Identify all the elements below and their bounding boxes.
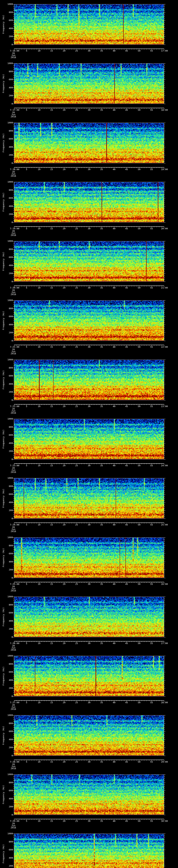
- x-tick-label: 15: [50, 346, 53, 348]
- x-tick-label: 5: [26, 109, 27, 111]
- x-start-time-label: 7:29:00: [10, 820, 20, 822]
- x-tick-label: 15: [50, 109, 53, 111]
- x-tick-label: 50: [138, 346, 141, 348]
- x-end-time-label: 22:00: [161, 346, 168, 348]
- x-start-time-label: 7:24:00: [10, 524, 20, 526]
- x-tick-label: 35: [100, 168, 103, 170]
- spectrogram-panel: Frequency (Hz) 02004006008001000 5101520…: [0, 415, 178, 474]
- x-start-time-label: 7:18:00: [10, 168, 20, 170]
- y-tick-label: 800: [5, 663, 13, 665]
- x-tick-label: 20: [63, 465, 65, 467]
- x-end-time-label: 21:00: [161, 287, 168, 289]
- x-tick-label: 45: [125, 50, 128, 52]
- x-tick-label: 35: [100, 642, 103, 644]
- x-tick-label: 5: [26, 465, 27, 467]
- spectrogram-panel: Frequency (Hz) 02004006008001000 5101520…: [0, 711, 178, 770]
- y-tick-label: 600: [5, 256, 13, 258]
- x-tick-label: 45: [125, 227, 128, 230]
- y-tick-label: 800: [5, 545, 13, 547]
- y-tick-label: 400: [5, 27, 13, 30]
- y-tick-label: 0: [5, 755, 13, 757]
- x-tick-label: 50: [138, 583, 141, 585]
- x-tick-label: 30: [88, 287, 91, 289]
- y-tick-label: 800: [5, 781, 13, 784]
- spectrogram-panel: Frequency (Hz) 02004006008001000 5101520…: [0, 237, 178, 296]
- y-axis-title: Frequency (Hz): [2, 726, 4, 745]
- x-tick-label: 5: [26, 50, 27, 52]
- x-end-time-label: 20:00: [161, 227, 168, 230]
- y-tick-label: 800: [5, 604, 13, 606]
- x-tick-label: 55: [150, 168, 153, 170]
- y-tick-label: 400: [5, 679, 13, 681]
- x-tick-label: 45: [125, 524, 128, 526]
- x-tick-label: 30: [88, 524, 91, 526]
- y-axis-title: Frequency (Hz): [2, 370, 4, 390]
- x-tick-label: 40: [113, 761, 116, 763]
- y-tick-label: 200: [5, 687, 13, 689]
- x-tick-label: 10: [38, 346, 40, 348]
- y-tick-label: 1000: [5, 299, 13, 301]
- x-tick-label: 30: [88, 702, 91, 704]
- date-line: 2016: [10, 116, 16, 118]
- spectrogram-panel: Frequency (Hz) 02004006008001000 5101520…: [0, 296, 178, 355]
- x-tick-label: 30: [88, 346, 91, 348]
- y-tick-label: 800: [5, 367, 13, 369]
- x-tick-label: 35: [100, 287, 103, 289]
- x-tick-label: 55: [150, 465, 153, 467]
- x-end-time-label: 23:00: [161, 405, 168, 407]
- x-tick-label: 15: [50, 287, 53, 289]
- x-tick-label: 20: [63, 287, 65, 289]
- x-tick-label: 35: [100, 583, 103, 585]
- y-tick-label: 600: [5, 493, 13, 495]
- y-tick-label: 1000: [5, 596, 13, 598]
- spectrogram-panel: Frequency (Hz) 02004006008001000 5101520…: [0, 474, 178, 533]
- x-tick-label: 55: [150, 287, 153, 289]
- date-line: 2016: [10, 412, 16, 414]
- x-tick-label: 35: [100, 465, 103, 467]
- date-line: 2016: [10, 649, 16, 651]
- spectrogram-panel: Frequency (Hz) 02004006008001000 5101520…: [0, 59, 178, 119]
- y-tick-label: 0: [5, 458, 13, 460]
- x-tick-label: 15: [50, 583, 53, 585]
- y-tick-label: 0: [5, 281, 13, 283]
- x-tick-label: 55: [150, 346, 153, 348]
- x-tick-label: 50: [138, 109, 141, 111]
- x-tick-label: 50: [138, 702, 141, 704]
- x-tick-label: 15: [50, 227, 53, 230]
- y-tick-label: 1000: [5, 655, 13, 657]
- date-line: 2016: [10, 471, 16, 473]
- y-tick-label: 600: [5, 315, 13, 317]
- x-tick-label: 45: [125, 346, 128, 348]
- y-tick-label: 200: [5, 213, 13, 215]
- y-tick-label: 200: [5, 35, 13, 37]
- x-tick-label: 20: [63, 524, 65, 526]
- y-tick-label: 800: [5, 70, 13, 72]
- date-line: 2016: [10, 175, 16, 177]
- y-tick-label: 1000: [5, 3, 13, 5]
- y-tick-label: 600: [5, 375, 13, 377]
- x-tick-label: 40: [113, 109, 116, 111]
- y-axis-title: Frequency (Hz): [2, 548, 4, 567]
- x-start-time-label: 7:27:00: [10, 702, 20, 704]
- x-tick-label: 50: [138, 642, 141, 644]
- y-tick-label: 400: [5, 383, 13, 385]
- x-tick-label: 5: [26, 820, 27, 822]
- x-tick-label: 25: [75, 761, 78, 763]
- y-tick-label: 400: [5, 798, 13, 800]
- x-tick-label: 30: [88, 227, 91, 230]
- x-tick-label: 35: [100, 50, 103, 52]
- x-tick-label: 35: [100, 761, 103, 763]
- y-tick-label: 200: [5, 746, 13, 749]
- x-tick-label: 10: [38, 50, 40, 52]
- y-tick-label: 200: [5, 332, 13, 334]
- y-tick-label: 800: [5, 485, 13, 487]
- x-tick-label: 30: [88, 109, 91, 111]
- x-tick-label: 45: [125, 583, 128, 585]
- x-tick-label: 15: [50, 50, 53, 52]
- y-tick-label: 400: [5, 265, 13, 267]
- x-start-time-label: 7:16:00: [10, 50, 20, 52]
- date-line: 2016: [10, 590, 16, 592]
- x-start-time-label: 7:21:00: [10, 346, 20, 348]
- x-tick-label: 50: [138, 168, 141, 170]
- y-tick-label: 600: [5, 19, 13, 21]
